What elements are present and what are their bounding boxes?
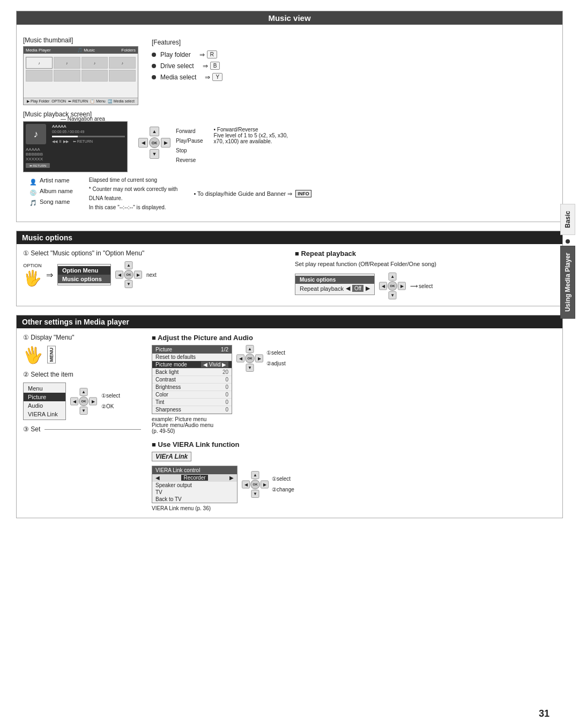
music-options-header: Music options xyxy=(17,231,562,244)
bullet-icon xyxy=(152,64,156,68)
viera-title: ■ Use VIERA Link function xyxy=(152,440,556,448)
dpad-up-adj[interactable]: ▲ xyxy=(246,345,254,353)
dpad-up-select[interactable]: ▲ xyxy=(80,388,88,396)
menu-item-menu: Menu xyxy=(24,384,65,393)
vt-header: VIERA Link control xyxy=(152,466,237,474)
viera-select-labels: ①select ②change xyxy=(272,474,294,495)
step1-label: ① Select "Music options" in "Option Menu… xyxy=(23,249,284,257)
pt-header: Picture 1/2 xyxy=(152,345,232,354)
bullet-icon xyxy=(152,53,156,57)
dpad-ok-repeat[interactable]: OK xyxy=(388,281,397,291)
album-icon: 💿 xyxy=(29,188,37,195)
select-diagram: Menu Picture Audio VIERA Link ▲ ▼ ◀ ▶ OK… xyxy=(23,383,141,420)
menu-item-viera: VIERA Link xyxy=(24,410,65,418)
options-content: ① Select "Music options" in "Option Menu… xyxy=(17,249,562,306)
dpad-ok-select[interactable]: OK xyxy=(79,396,88,406)
music-options-section: Music options ① Select "Music options" i… xyxy=(16,231,563,306)
viera-table: VIERA Link control ◀ Recorder ▶ Speaker … xyxy=(152,466,237,503)
viera-section: ■ Use VIERA Link function VIErA Link VIE… xyxy=(152,440,556,511)
thumb-cell: ♪ xyxy=(54,57,80,69)
display-step: ① Display "Menu" xyxy=(23,334,141,341)
dpad-left[interactable]: ◀ xyxy=(138,138,148,148)
dpad-up[interactable]: ▲ xyxy=(150,127,159,136)
repeat-row: Repeat playback ◀ Off ▶ xyxy=(295,284,374,293)
dpad-up-viera[interactable]: ▲ xyxy=(251,471,259,479)
pt-row-color: Color0 xyxy=(152,391,232,399)
vt-back: Back to TV xyxy=(152,496,237,503)
adjust-note: example: Picture menu Picture menu/Audio… xyxy=(152,416,556,434)
other-right: ■ Adjust the Picture and Audio Picture 1… xyxy=(152,334,556,511)
dpad-ok[interactable]: OK xyxy=(149,137,160,148)
dpad-down-viera[interactable]: ▼ xyxy=(251,490,259,498)
dpad-control: ▲ ▼ ◀ ▶ OK xyxy=(138,127,170,159)
option-menu-item: Option Menu xyxy=(58,266,110,275)
thumb-cell xyxy=(26,70,53,82)
dpad-left-viera[interactable]: ◀ xyxy=(242,481,250,489)
next-label: next xyxy=(146,272,157,278)
thumb-cell: ♪ xyxy=(109,57,136,69)
pb-left: ♪ AAAAABBBBBBXXXXXX ⬅ RETURN xyxy=(26,124,50,170)
dpad-left-repeat[interactable]: ◀ xyxy=(379,282,387,290)
dpad-right-repeat[interactable]: ▶ xyxy=(398,282,406,290)
return-btn: ⬅ RETURN xyxy=(26,163,50,168)
dpad-down-adj[interactable]: ▼ xyxy=(246,364,254,372)
picture-table: Picture 1/2 Reset to defaults Picture mo… xyxy=(152,345,232,414)
menu-hand-area: 🖐 MENU xyxy=(23,345,141,364)
hand-icon: 🖐 xyxy=(23,269,42,287)
thumbnail-box: Media Player🎵 MusicFolders ♪ ♪ ♪ ♪ ▶ Pla… xyxy=(23,46,138,105)
select-step-title: ② Select the item xyxy=(23,371,141,378)
adjust-section: ■ Adjust the Picture and Audio Picture 1… xyxy=(152,334,556,434)
repeat-box: Music options Repeat playback ◀ Off ▶ xyxy=(295,274,375,295)
dpad-left-adj[interactable]: ◀ xyxy=(236,355,244,363)
dpad-right-viera[interactable]: ▶ xyxy=(261,481,269,489)
dpad-adjust: ▲ ▼ ◀ ▶ OK xyxy=(236,345,263,372)
dpad-down-small[interactable]: ▼ xyxy=(125,280,133,288)
dpad-ok-adj[interactable]: OK xyxy=(245,354,255,363)
playback-screen: ♪ AAAAABBBBBBXXXXXX ⬅ RETURN AAAAA 00:00… xyxy=(23,121,128,172)
nav-area-label: — Navigation area xyxy=(61,116,105,122)
pb-inner: ♪ AAAAABBBBBBXXXXXX ⬅ RETURN AAAAA 00:00… xyxy=(24,122,127,172)
music-info-row: 👤 Artist name 💿 Album name 🎵 Song name E… xyxy=(23,172,556,212)
pt-row-brightness: Brightness0 xyxy=(152,384,232,391)
menu-item-audio: Audio xyxy=(24,401,65,410)
dpad-down-select[interactable]: ▼ xyxy=(80,407,88,415)
dpad-right-small[interactable]: ▶ xyxy=(134,271,142,279)
dpad-up-small[interactable]: ▲ xyxy=(125,261,133,269)
song-icon: 🎵 xyxy=(29,198,37,205)
dpad-repeat: ▲ ▼ ◀ ▶ OK xyxy=(379,273,406,299)
option-menu-box: Option Menu Music options xyxy=(57,264,111,285)
dpad-right[interactable]: ▶ xyxy=(161,138,170,148)
dpad-left-select[interactable]: ◀ xyxy=(70,398,78,406)
select-ok-labels: ①select ②OK xyxy=(101,391,120,412)
pt-row-contrast: Contrast0 xyxy=(152,376,232,384)
music-note-icon: ♪ xyxy=(26,124,46,144)
pt-row-tint: Tint0 xyxy=(152,399,232,406)
repeat-desc: Set play repeat function (Off/Repeat Fol… xyxy=(295,261,556,267)
playback-screen-container: ♪ AAAAABBBBBBXXXXXX ⬅ RETURN AAAAA 00:00… xyxy=(23,121,128,172)
dpad-down-repeat[interactable]: ▼ xyxy=(389,291,397,299)
adjust-title: ■ Adjust the Picture and Audio xyxy=(152,334,556,342)
dpad-ok-small[interactable]: OK xyxy=(124,270,133,280)
feature-item-playfolder: Play folder ⇒ R xyxy=(152,50,556,58)
dpad-left-small[interactable]: ◀ xyxy=(115,271,123,279)
dpad-right-select[interactable]: ▶ xyxy=(89,398,97,406)
viera-logo: VIErA Link xyxy=(152,452,191,461)
playback-notes: • Forward/Reverse Five level of 1 to 5 (… xyxy=(214,127,288,144)
sidebar-using-label: Using Media Player xyxy=(560,246,575,319)
dpad-up-repeat[interactable]: ▲ xyxy=(389,273,397,281)
music-view-header: Music view xyxy=(17,11,562,25)
guide-banner-info: • To display/hide Guide and Banner ⇒ INF… xyxy=(194,175,311,212)
progress-fill xyxy=(52,136,78,137)
music-meta: 👤 Artist name 💿 Album name 🎵 Song name xyxy=(29,175,73,212)
dpad-ok-viera[interactable]: OK xyxy=(250,480,260,489)
dpad-right-adj[interactable]: ▶ xyxy=(255,355,263,363)
thumb-cell xyxy=(54,70,80,82)
elapsed-info: Elapsed time of current song * Counter m… xyxy=(89,175,178,212)
page-number: 31 xyxy=(539,708,550,719)
pb-right: AAAAA 00:00:05 / 00:00:49 ◀◀ ⏸ ▶▶ ⬅ RETU… xyxy=(52,124,125,170)
dpad-down[interactable]: ▼ xyxy=(150,149,159,159)
info-badge: INFO xyxy=(295,190,311,197)
feature-item-driveselect: Drive select ⇒ B xyxy=(152,62,556,70)
select-arrow: ⟶ select xyxy=(410,283,433,289)
viera-diagram: VIERA Link control ◀ Recorder ▶ Speaker … xyxy=(152,466,556,503)
